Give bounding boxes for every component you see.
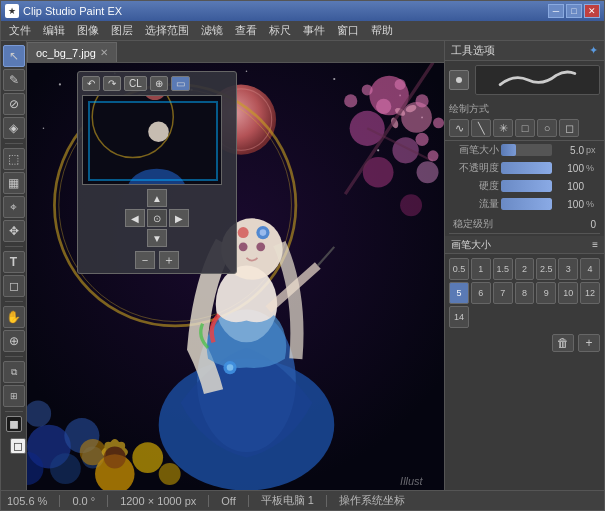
svg-point-57 (238, 227, 249, 238)
layer-panel-button[interactable]: ⧉ (3, 361, 25, 383)
canvas-content[interactable]: Illust ↶ ↷ CL ⊕ ▭ (27, 63, 444, 490)
svg-point-4 (246, 71, 248, 73)
brush-size-item-0.5[interactable]: 0.5 (449, 258, 469, 280)
brush-size-item-3[interactable]: 3 (558, 258, 578, 280)
brush-size-item-4[interactable]: 4 (580, 258, 600, 280)
clear-button[interactable]: CL (124, 76, 147, 91)
brush-stroke-preview (475, 65, 600, 95)
menu-item-事件[interactable]: 事件 (297, 21, 331, 40)
svg-point-1 (59, 83, 61, 85)
brush-size-item-6[interactable]: 6 (471, 282, 491, 304)
close-button[interactable]: ✕ (584, 4, 600, 18)
gradient-tool-button[interactable]: ▦ (3, 172, 25, 194)
undo-button[interactable]: ↶ (82, 76, 100, 91)
brush-tool-button[interactable]: ⊘ (3, 93, 25, 115)
add-size-button[interactable]: + (578, 334, 600, 352)
brush-size-item-7[interactable]: 7 (493, 282, 513, 304)
crop-tool-button[interactable]: ⌖ (3, 196, 25, 218)
mode-spline-button[interactable]: ✳ (493, 119, 513, 137)
nav-right-button[interactable]: ▶ (169, 209, 189, 227)
svg-point-15 (401, 102, 432, 133)
svg-point-43 (159, 463, 181, 485)
stabilizer-label: 稳定级别 (453, 217, 574, 231)
brush-size-item-2[interactable]: 2 (515, 258, 535, 280)
canvas-tab[interactable]: oc_bg_7.jpg ✕ (27, 42, 117, 62)
nav-up-button[interactable]: ▲ (147, 189, 167, 207)
menu-item-文件[interactable]: 文件 (3, 21, 37, 40)
mode-line-button[interactable]: ╲ (471, 119, 491, 137)
hardness-slider[interactable] (501, 180, 552, 192)
float-toolbar: ↶ ↷ CL ⊕ ▭ (82, 76, 232, 91)
brush-size-item-1.5[interactable]: 1.5 (493, 258, 513, 280)
svg-point-18 (417, 161, 439, 183)
nav-button[interactable]: ▭ (171, 76, 190, 91)
background-color[interactable]: ◻ (10, 438, 26, 454)
brush-size-item-2.5[interactable]: 2.5 (536, 258, 556, 280)
opacity-slider[interactable] (501, 162, 552, 174)
text-tool-button[interactable]: T (3, 251, 25, 273)
brush-size-item-9[interactable]: 9 (536, 282, 556, 304)
menu-item-标尺[interactable]: 标尺 (263, 21, 297, 40)
hand-tool-button[interactable]: ✋ (3, 306, 25, 328)
brush-size-item-8[interactable]: 8 (515, 282, 535, 304)
menu-item-图层[interactable]: 图层 (105, 21, 139, 40)
zoom-fit-button[interactable]: ⊕ (150, 76, 168, 91)
zoom-out-button[interactable]: － (135, 251, 155, 269)
delete-size-button[interactable]: 🗑 (552, 334, 574, 352)
fill-tool-button[interactable]: ◈ (3, 117, 25, 139)
status-sep-5 (326, 495, 327, 507)
select-tool-button[interactable]: ↖ (3, 45, 25, 67)
svg-point-61 (227, 364, 234, 371)
pen-tool-button[interactable]: ✎ (3, 69, 25, 91)
artwork-display: Illust ↶ ↷ CL ⊕ ▭ (27, 63, 444, 490)
opacity-label: 不透明度 (449, 161, 499, 175)
tab-close-button[interactable]: ✕ (100, 47, 108, 58)
menu-item-选择范围[interactable]: 选择范围 (139, 21, 195, 40)
svg-point-68 (148, 121, 169, 142)
svg-point-41 (132, 442, 163, 473)
mode-rect-button[interactable]: □ (515, 119, 535, 137)
mode-freehand-button[interactable]: ∿ (449, 119, 469, 137)
mode-polygon-button[interactable]: ◻ (559, 119, 579, 137)
title-bar: ★ Clip Studio Paint EX ─ □ ✕ (1, 1, 604, 21)
tool-options-label: 工具选项 (451, 43, 495, 58)
brush-size-item-14[interactable]: 14 (449, 306, 469, 328)
transform-tool-button[interactable]: ✥ (3, 220, 25, 242)
svg-text:Illust: Illust (400, 475, 424, 487)
nav-down-button[interactable]: ▼ (147, 229, 167, 247)
zoom-tool-button[interactable]: ⊕ (3, 330, 25, 352)
brush-size-value: 5.0 (554, 145, 584, 156)
eraser-tool-button[interactable]: ◻ (3, 275, 25, 297)
shape-tool-button[interactable]: ⬚ (3, 148, 25, 170)
menu-item-帮助[interactable]: 帮助 (365, 21, 399, 40)
menu-item-图像[interactable]: 图像 (71, 21, 105, 40)
maximize-button[interactable]: □ (566, 4, 582, 18)
brush-size-panel-menu-icon[interactable]: ≡ (592, 239, 598, 250)
svg-point-26 (344, 94, 357, 107)
foreground-color[interactable]: ◼ (6, 416, 22, 432)
minimize-button[interactable]: ─ (548, 4, 564, 18)
svg-point-8 (377, 149, 379, 151)
brush-size-item-1[interactable]: 1 (471, 258, 491, 280)
nav-left-button[interactable]: ◀ (125, 209, 145, 227)
status-sep-4 (248, 495, 249, 507)
menu-item-滤镜[interactable]: 滤镜 (195, 21, 229, 40)
menu-item-窗口[interactable]: 窗口 (331, 21, 365, 40)
redo-button[interactable]: ↷ (103, 76, 121, 91)
brush-size-item-10[interactable]: 10 (558, 282, 578, 304)
svg-point-30 (415, 94, 428, 107)
app-title: Clip Studio Paint EX (23, 5, 548, 17)
menu-item-编辑[interactable]: 编辑 (37, 21, 71, 40)
brush-size-panel: 画笔大小 ≡ 0.511.522.53456789101214 🗑 + (445, 236, 604, 490)
brush-size-slider[interactable] (501, 144, 552, 156)
brush-size-item-12[interactable]: 12 (580, 282, 600, 304)
flow-row: 流量 100 % (449, 197, 600, 211)
menu-item-查看[interactable]: 查看 (229, 21, 263, 40)
mode-ellipse-button[interactable]: ○ (537, 119, 557, 137)
brush-size-item-5[interactable]: 5 (449, 282, 469, 304)
history-button[interactable]: ⊞ (3, 385, 25, 407)
zoom-in-button[interactable]: ＋ (159, 251, 179, 269)
flow-slider[interactable] (501, 198, 552, 210)
status-sep-3 (208, 495, 209, 507)
main-area: ↖ ✎ ⊘ ◈ ⬚ ▦ ⌖ ✥ T ◻ ✋ ⊕ ⧉ ⊞ ◼ ◻ (1, 41, 604, 490)
